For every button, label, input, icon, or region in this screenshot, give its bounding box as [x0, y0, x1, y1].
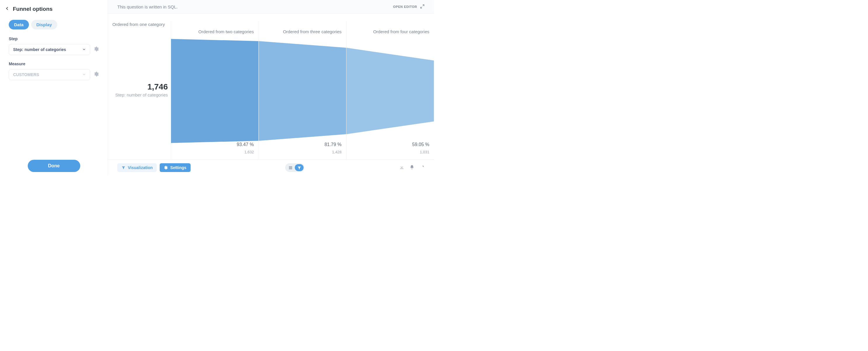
funnel-segment: Ordered from three categories81.79 %1,42… — [258, 21, 346, 160]
visualization-label: Visualization — [128, 165, 153, 170]
chevron-down-icon — [82, 72, 86, 77]
sidebar-title: Funnel options — [13, 6, 53, 12]
settings-sidebar: Funnel options Data Display Step Step: n… — [0, 0, 108, 176]
funnel-chart: Ordered from one category 1,746 Step: nu… — [108, 14, 434, 160]
editor-bar: This question is written in SQL. OPEN ED… — [108, 0, 434, 14]
chart-view-toggle[interactable] — [295, 164, 304, 171]
settings-button[interactable]: Settings — [160, 163, 190, 172]
share-icon[interactable] — [420, 165, 425, 171]
expand-icon — [420, 4, 425, 9]
funnel-segment-percent: 81.79 % — [324, 142, 342, 147]
settings-label: Settings — [170, 165, 186, 170]
measure-select[interactable]: CUSTOMERS — [9, 69, 90, 80]
sidebar-header: Funnel options — [5, 6, 99, 12]
measure-label: Measure — [9, 62, 99, 66]
step-label: Step — [9, 36, 99, 41]
main-panel: This question is written in SQL. OPEN ED… — [108, 0, 434, 176]
funnel-segment-count: 1,632 — [244, 150, 254, 154]
funnel-segment: Ordered from two categories93.47 %1,632 — [171, 21, 258, 160]
chevron-down-icon — [82, 47, 86, 52]
done-button[interactable]: Done — [28, 160, 80, 172]
funnel-first-sub: Step: number of categories — [115, 92, 168, 98]
funnel-segment-percent: 59.05 % — [412, 142, 429, 147]
download-icon[interactable] — [399, 165, 404, 171]
funnel-segment-percent: 93.47 % — [237, 142, 254, 147]
step-select-value: Step: number of categories — [13, 47, 66, 52]
funnel-segment-count: 1,031 — [420, 150, 429, 154]
funnel-first-step: Ordered from one category 1,746 Step: nu… — [114, 21, 171, 160]
funnel-segment-label: Ordered from two categories — [198, 29, 254, 34]
back-icon[interactable] — [5, 6, 9, 12]
step-row: Step: number of categories — [9, 44, 99, 55]
footer-bar: Visualization Settings — [108, 160, 434, 176]
bell-icon[interactable] — [409, 165, 414, 171]
open-editor-button[interactable]: OPEN EDITOR — [393, 4, 425, 9]
funnel-segment-count: 1,428 — [332, 150, 342, 154]
tab-data[interactable]: Data — [9, 20, 29, 29]
svg-marker-3 — [259, 41, 346, 141]
step-select[interactable]: Step: number of categories — [9, 44, 90, 55]
funnel-segment: Ordered from four categories59.05 %1,031 — [346, 21, 434, 160]
measure-select-value: CUSTOMERS — [13, 72, 39, 77]
view-toggle — [285, 163, 304, 172]
funnel-segment-label: Ordered from three categories — [283, 29, 341, 34]
svg-marker-4 — [346, 48, 434, 134]
svg-line-1 — [421, 7, 422, 8]
measure-gear-icon[interactable] — [94, 71, 99, 78]
measure-row: CUSTOMERS — [9, 69, 99, 80]
svg-marker-2 — [171, 39, 258, 143]
tab-display[interactable]: Display — [31, 20, 57, 29]
table-view-toggle[interactable] — [286, 164, 295, 171]
sidebar-tabs: Data Display — [9, 20, 99, 29]
svg-line-0 — [423, 5, 424, 6]
editor-notice: This question is written in SQL. — [117, 4, 178, 9]
funnel-segment-label: Ordered from four categories — [373, 29, 429, 34]
visualization-button[interactable]: Visualization — [117, 163, 157, 172]
done-row: Done — [0, 160, 108, 172]
open-editor-label: OPEN EDITOR — [393, 5, 417, 8]
funnel-first-value: 1,746 — [147, 82, 168, 92]
funnel-first-label: Ordered from one category — [111, 22, 168, 27]
step-gear-icon[interactable] — [94, 46, 99, 53]
